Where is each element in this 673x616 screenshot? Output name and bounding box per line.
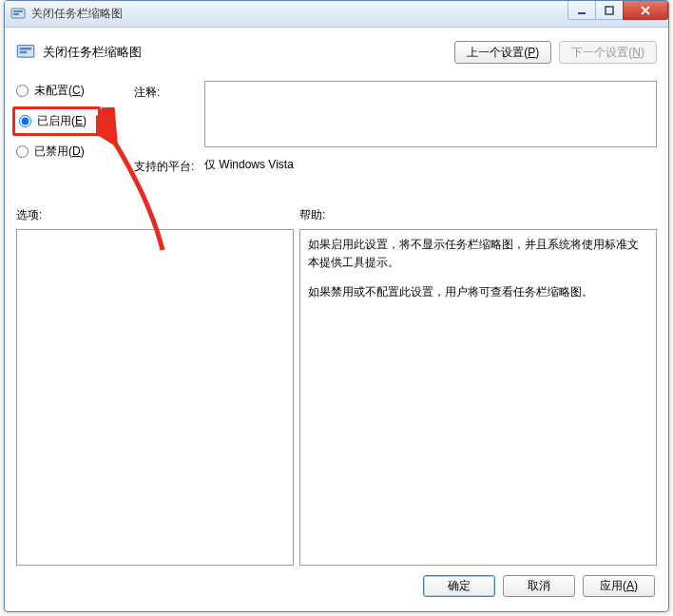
svg-rect-2 <box>13 13 19 15</box>
dialog-button-bar: 确定 取消 应用(A) <box>16 566 657 602</box>
policy-editor-window: 关闭任务栏缩略图 关闭任务栏缩略图 <box>4 0 669 612</box>
policy-config-icon <box>16 43 35 62</box>
state-radio-group: 未配置(C) 已启用(E) 已禁用(D) <box>16 81 130 160</box>
help-paragraph: 如果启用此设置，将不显示任务栏缩略图，并且系统将使用标准文本提供工具提示。 <box>308 236 648 272</box>
options-label: 选项: <box>16 207 299 223</box>
settings-grid: 未配置(C) 已启用(E) 已禁用(D) <box>16 81 657 175</box>
radio-disabled[interactable]: 已禁用(D) <box>16 144 130 160</box>
next-setting-button[interactable]: 下一个设置(N) <box>559 41 657 64</box>
svg-rect-4 <box>606 7 613 14</box>
page-title: 关闭任务栏缩略图 <box>43 44 142 61</box>
help-paragraph: 如果禁用或不配置此设置，用户将可查看任务栏缩略图。 <box>308 283 648 301</box>
close-button[interactable] <box>623 1 668 20</box>
supported-platforms-value: 仅 Windows Vista <box>204 155 657 173</box>
svg-rect-3 <box>578 12 586 14</box>
radio-enabled[interactable]: 已启用(E) <box>19 113 87 129</box>
policy-config-icon <box>10 7 26 22</box>
minimize-button[interactable] <box>567 1 596 20</box>
supported-platforms-label: 支持的平台: <box>134 155 201 175</box>
window-title: 关闭任务栏缩略图 <box>31 6 123 22</box>
previous-setting-button[interactable]: 上一个设置(P) <box>454 41 551 64</box>
caption-buttons <box>568 1 668 20</box>
split-labels: 选项: 帮助: <box>16 207 657 223</box>
radio-not-configured[interactable]: 未配置(C) <box>16 83 130 99</box>
svg-rect-7 <box>20 51 28 54</box>
client-area: 关闭任务栏缩略图 上一个设置(P) 下一个设置(N) 未配置(C) <box>5 28 668 611</box>
options-pane[interactable] <box>16 229 294 566</box>
titlebar: 关闭任务栏缩略图 <box>5 1 668 28</box>
annotation-highlight: 已启用(E) <box>12 106 101 136</box>
radio-disabled-input[interactable] <box>16 145 29 158</box>
header-row: 关闭任务栏缩略图 上一个设置(P) 下一个设置(N) <box>16 37 657 67</box>
maximize-button[interactable] <box>595 1 624 20</box>
svg-rect-6 <box>20 48 32 50</box>
comment-input[interactable] <box>204 81 657 147</box>
comment-label: 注释: <box>134 81 201 101</box>
apply-button[interactable]: 应用(A) <box>583 575 655 597</box>
radio-not-configured-input[interactable] <box>16 85 29 97</box>
svg-rect-1 <box>13 10 23 12</box>
help-label: 帮助: <box>299 207 657 223</box>
cancel-button[interactable]: 取消 <box>503 575 575 597</box>
ok-button[interactable]: 确定 <box>423 575 495 597</box>
radio-enabled-input[interactable] <box>19 115 31 127</box>
split-panes: 如果启用此设置，将不显示任务栏缩略图，并且系统将使用标准文本提供工具提示。 如果… <box>16 229 657 566</box>
help-pane[interactable]: 如果启用此设置，将不显示任务栏缩略图，并且系统将使用标准文本提供工具提示。 如果… <box>299 229 657 566</box>
